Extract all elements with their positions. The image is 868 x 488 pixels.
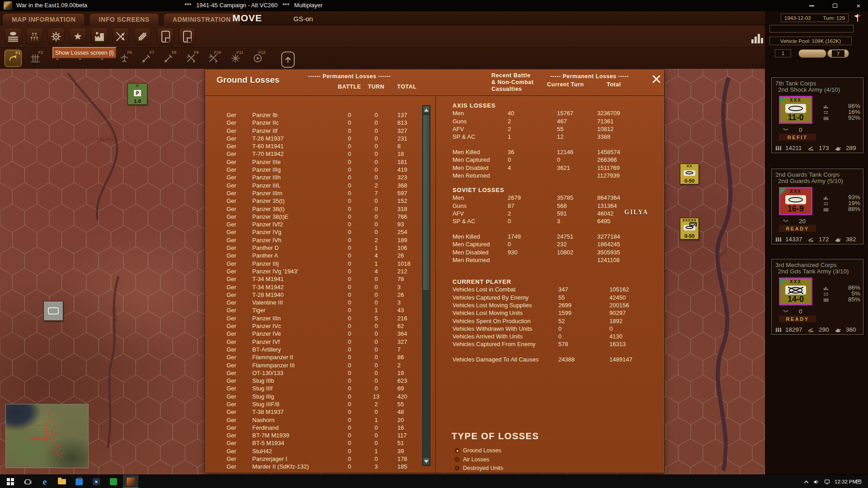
perm-losses-header-right: ----- Permanent Losses ----- [540, 73, 639, 80]
loss-row: GerPanzer IIf00327 [205, 127, 422, 135]
loss-row: GerT-26 M193700231 [205, 135, 422, 142]
loss-row: GerBT-7M M193900117 [205, 432, 422, 439]
chart-icon[interactable] [751, 33, 764, 43]
network-icon[interactable] [824, 475, 830, 488]
fkey-button-f2[interactable]: F2 [27, 50, 44, 67]
loss-row: GerPanzer IVg '1943'04212 [205, 267, 422, 275]
unit-panel-7th-tank-corps[interactable]: 7th Tank Corps2nd Shock Army (4/10)XXX11… [771, 77, 863, 153]
loss-row: GerValentine III003 [205, 299, 422, 306]
maximize-button[interactable] [827, 2, 843, 9]
tab-info-screens[interactable]: INFO SCREENS [89, 13, 159, 25]
loss-row: GerT-34 M1942003 [205, 283, 422, 291]
fkey-button-f9[interactable]: F9 [183, 50, 200, 67]
minimize-button[interactable] [804, 2, 819, 9]
main-toolbar: †††††★ [0, 25, 765, 48]
taskbar-icon-task-view[interactable] [20, 475, 35, 488]
taskbar-icon-start[interactable] [3, 475, 18, 488]
unit-counter[interactable]: XXX11-0 [779, 96, 812, 124]
map-unit-counter-depot[interactable] [43, 301, 63, 321]
taskbar-icon-game[interactable] [123, 475, 138, 488]
air-ops-icon[interactable] [112, 28, 129, 45]
loss-row: GerPanzer Ib00137 [205, 111, 422, 119]
load-game-icon[interactable] [179, 28, 196, 45]
taskbar-clock[interactable]: 12:32 PM [835, 475, 857, 488]
radio-destroyed-units[interactable]: Destroyed Units [455, 465, 503, 471]
tab-map-information[interactable]: MAP INFORMATION [2, 13, 85, 25]
loss-row: GerPanzer 38(t)E00766 [205, 213, 422, 221]
unit-panel-2nd-guards-tank-corps[interactable]: 2nd Guards Tank Corps2nd Guards Army (5/… [771, 169, 863, 244]
tab-administration[interactable]: ADMINISTRATION [163, 13, 241, 25]
fkey-button-f6[interactable]: F6 [116, 50, 133, 67]
loss-row: GerPanther D01106 [205, 244, 422, 252]
minimap[interactable] [5, 404, 89, 468]
loss-row: GerPanzer IIIL02368 [205, 182, 422, 189]
axis-flag-icon [854, 14, 862, 22]
message-box [769, 25, 854, 33]
loss-row: GerMarder II (SdKfz-132)03185 [205, 463, 422, 470]
taskbar-icon-store[interactable] [71, 475, 87, 488]
loss-row: GerTiger0143 [205, 306, 422, 314]
minimap-viewport-rect[interactable] [29, 425, 47, 439]
scroll-up-button[interactable] [423, 106, 430, 114]
loss-row: GerBT-5 M19340051 [205, 439, 422, 447]
fkey-button-f1[interactable]: F1 [5, 50, 22, 67]
map-unit-counter-soviet[interactable]: XX0-50 [680, 164, 699, 184]
victory-icon[interactable]: ★ [69, 28, 86, 45]
fkey-button-f7[interactable]: F7 [138, 50, 155, 67]
turn-counter: Turn: 129 [823, 15, 845, 21]
mode-label-move[interactable]: MOVE [232, 13, 262, 23]
close-window-button[interactable]: × [851, 2, 866, 9]
map-unit-counter-soviet[interactable]: XXXXXHQ0-50 [680, 218, 699, 239]
zoom-slider[interactable] [798, 49, 826, 58]
vehicle-pool-box: Vehicle Pool: 109K (162K) [769, 37, 852, 45]
fkey-button-f12[interactable]: F12 [249, 50, 266, 67]
production-icon[interactable] [91, 28, 108, 45]
radio-air-losses[interactable]: Air Losses [455, 456, 489, 463]
unit-counter[interactable]: XXX16-9 [779, 187, 812, 215]
scroll-down-button[interactable] [423, 457, 430, 465]
taskbar-icon-xbox[interactable]: × [89, 475, 104, 488]
unit-panel-3rd-mechanized-corps[interactable]: 3rd Mechanized Corps2nd Gds Tank Army (3… [771, 259, 863, 335]
taskbar-icon-edge[interactable]: e [37, 475, 52, 488]
loss-row: GerPanzer IVe00364 [205, 330, 422, 338]
fkey-button-f10[interactable]: F10 [205, 50, 222, 67]
taskbar-icon-photos[interactable] [106, 475, 121, 488]
taskbar-icon-file-explorer[interactable] [54, 475, 70, 488]
radio-ground-losses[interactable]: Ground Losses [455, 447, 501, 454]
tank-roster-icon[interactable] [5, 28, 22, 45]
perm-losses-header-left: ------ Permanent Losses ------ [291, 73, 408, 80]
loss-row: GerT-70 M19420018 [205, 150, 422, 158]
fkey-button-f8[interactable]: F8 [160, 50, 177, 67]
losses-table: GerPanzer Ib00137GerPanzer IIc00813GerPa… [205, 111, 422, 473]
unit-status-badge: READY [779, 225, 816, 232]
title-bar: War in the East1.09.00beta *** 1941-45 C… [0, 0, 868, 11]
loss-row: GerPanzer IIIn05216 [205, 314, 422, 322]
notification-icon[interactable] [855, 475, 862, 488]
unit-counter[interactable]: XXX14-0 [779, 277, 812, 305]
losses-scrollbar[interactable] [422, 105, 430, 466]
volume-icon[interactable] [813, 475, 820, 488]
menu-bar: MAP INFORMATIONINFO SCREENSADMINISTRATIO… [0, 11, 765, 25]
header-divider [205, 95, 664, 96]
recent-battle-header: Recent Battle& Non-CombatCasualties [491, 72, 534, 92]
save-game-icon[interactable] [157, 28, 174, 45]
taskbar: e× 12:32 PM [0, 474, 868, 488]
scroll-thumb[interactable] [423, 114, 430, 291]
loss-row: GerBT-Artillery007 [205, 346, 422, 353]
loss-row: GerFlammpanzer III002 [205, 361, 422, 369]
air-group-icon[interactable] [134, 28, 151, 45]
level-spinner[interactable]: 7 [827, 49, 849, 58]
leaders-icon[interactable]: ††††† [26, 28, 43, 45]
close-dialog-button[interactable] [651, 73, 662, 85]
gear-icon[interactable] [47, 28, 65, 45]
end-turn-button[interactable] [281, 52, 295, 68]
loss-row: GerT-60 M1941008 [205, 142, 422, 150]
loss-row: GerNashorn0120 [205, 416, 422, 424]
map-unit-counter-partisan[interactable]: IIP1-0 [127, 83, 147, 105]
tray-expand-icon[interactable] [803, 475, 810, 488]
gs-toggle[interactable]: GS-on [293, 15, 313, 23]
fkey-button-f11[interactable]: F11 [227, 50, 244, 67]
loss-row: GerPanzer IIc00813 [205, 119, 422, 127]
unit-status-badge: READY [779, 315, 816, 322]
loss-row: GerStuH420139 [205, 447, 422, 455]
